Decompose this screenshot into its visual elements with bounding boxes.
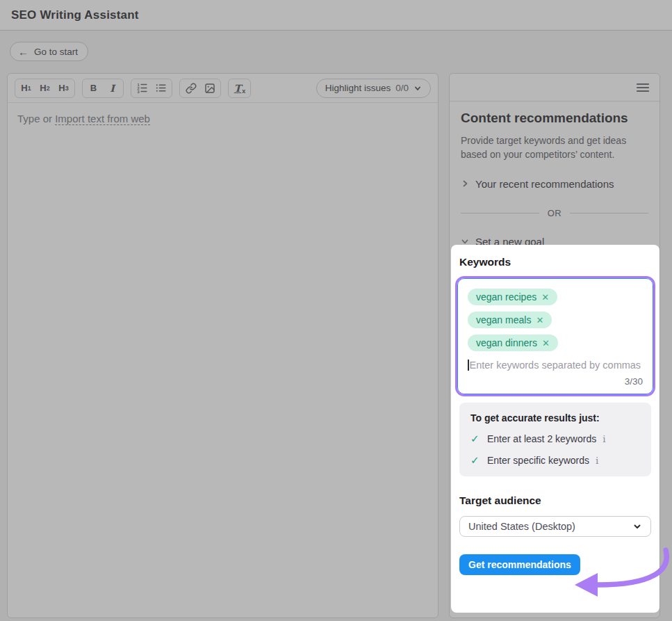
keyword-tag-row: vegan dinners ✕ (468, 334, 643, 351)
keyword-tag-label: vegan dinners (476, 337, 537, 348)
get-recommendations-button[interactable]: Get recommendations (459, 554, 580, 575)
tip-item: ✓ Enter specific keywords i (470, 454, 640, 467)
keyword-tag: vegan dinners ✕ (468, 334, 558, 351)
remove-tag-icon[interactable]: ✕ (541, 292, 549, 303)
info-icon[interactable]: i (603, 433, 605, 444)
accuracy-tips-box: To get accurate results just: ✓ Enter at… (459, 403, 651, 476)
keyword-tag-row: vegan meals ✕ (468, 312, 643, 328)
keyword-tag-row: vegan recipes ✕ (468, 289, 643, 305)
keywords-counter: 3/30 (468, 376, 643, 387)
tip-label: Enter specific keywords (487, 455, 589, 466)
tips-title: To get accurate results just: (470, 412, 640, 424)
remove-tag-icon[interactable]: ✕ (542, 338, 550, 348)
target-audience-select[interactable]: United States (Desktop) (459, 516, 651, 537)
text-cursor (468, 360, 469, 371)
keywords-text-input[interactable]: Enter keywords separated by commas (468, 360, 643, 371)
remove-tag-icon[interactable]: ✕ (536, 315, 543, 325)
target-audience-label: Target audience (459, 494, 651, 507)
keyword-tag: vegan meals ✕ (468, 312, 552, 328)
info-icon[interactable]: i (596, 455, 598, 466)
keywords-input-box[interactable]: vegan recipes ✕ vegan meals ✕ vegan dinn… (457, 278, 653, 394)
keywords-input-placeholder: Enter keywords separated by commas (470, 360, 641, 371)
checkmark-icon: ✓ (470, 454, 487, 467)
keyword-tag-label: vegan meals (476, 314, 531, 325)
chevron-down-icon (632, 522, 642, 531)
keyword-tag-label: vegan recipes (476, 291, 536, 303)
target-audience-value: United States (Desktop) (468, 521, 575, 532)
goal-form-spotlight: Keywords vegan recipes ✕ vegan meals ✕ v… (451, 245, 659, 613)
seo-writing-assistant-app: SEO Writing Assistant ← Go to start H1 H… (0, 0, 672, 621)
keywords-label: Keywords (459, 256, 651, 268)
keyword-tag: vegan recipes ✕ (468, 289, 557, 305)
checkmark-icon: ✓ (470, 433, 487, 445)
tip-item: ✓ Enter at least 2 keywords i (470, 433, 640, 445)
tip-label: Enter at least 2 keywords (487, 433, 596, 444)
